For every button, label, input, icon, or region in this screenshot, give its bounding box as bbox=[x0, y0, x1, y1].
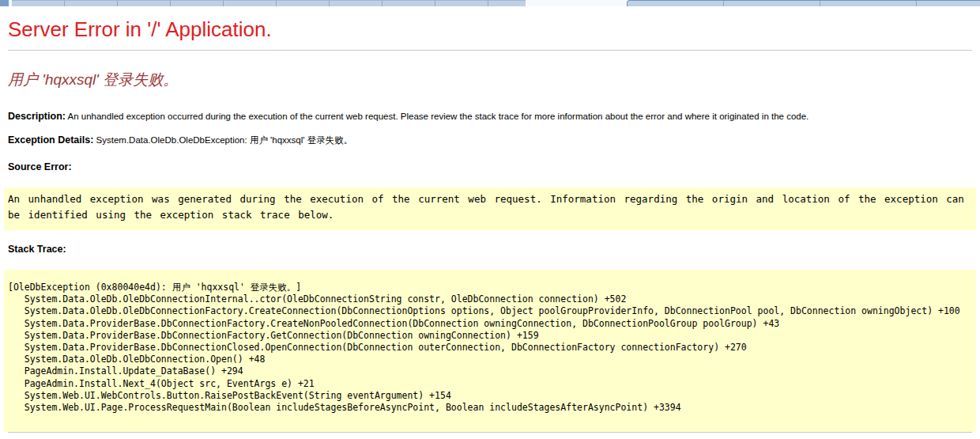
description-row: Description: An unhandled exception occu… bbox=[8, 111, 972, 122]
tab-strip-active-tab[interactable] bbox=[526, 0, 627, 6]
page-title: Server Error in '/' Application. bbox=[8, 17, 972, 42]
exception-details-text: System.Data.OleDb.OleDbException: 用户 'hq… bbox=[96, 135, 353, 145]
tab-strip-left-tabs[interactable] bbox=[12, 0, 526, 6]
description-text: An unhandled exception occurred during t… bbox=[68, 112, 809, 121]
stack-trace-label-row: Stack Trace: bbox=[8, 244, 972, 255]
exception-details-row: Exception Details: System.Data.OleDb.Ole… bbox=[8, 134, 972, 146]
exception-details-label: Exception Details: bbox=[8, 134, 93, 146]
browser-tab-strip[interactable] bbox=[0, 0, 980, 6]
tab-strip-right-tabs[interactable] bbox=[627, 0, 980, 6]
stack-trace-label: Stack Trace: bbox=[8, 244, 66, 255]
error-subtitle: 用户 'hqxxsql' 登录失败。 bbox=[8, 70, 972, 90]
stack-trace-text: [OleDbException (0x80040e4d): 用户 'hqxxsq… bbox=[8, 282, 972, 414]
description-label: Description: bbox=[8, 111, 66, 122]
error-page: Server Error in '/' Application. 用户 'hqx… bbox=[0, 17, 980, 439]
source-error-box: An unhandled exception was generated dur… bbox=[4, 187, 976, 230]
source-error-text: An unhandled exception was generated dur… bbox=[8, 191, 972, 223]
tab-strip-corner-square[interactable] bbox=[0, 0, 10, 6]
stack-trace-box: [OleDbException (0x80040e4d): 用户 'hqxxsq… bbox=[4, 270, 976, 432]
title-divider bbox=[8, 50, 972, 51]
source-error-label-row: Source Error: bbox=[8, 161, 972, 172]
footer-divider bbox=[8, 432, 972, 433]
source-error-label: Source Error: bbox=[8, 161, 72, 172]
